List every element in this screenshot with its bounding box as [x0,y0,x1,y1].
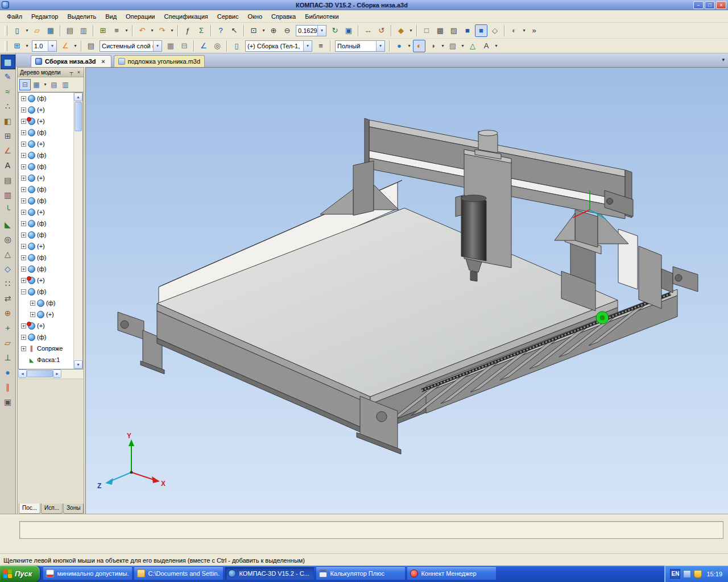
rib-button[interactable]: △ [1,247,15,261]
tree-item[interactable]: +(ф) [19,161,73,172]
sketch-button[interactable]: ✎ [1,69,15,84]
viewport-canvas[interactable]: Y X Z [86,68,728,515]
context-help-button[interactable]: ↖ [228,24,241,37]
tree-expand-toggle[interactable]: + [21,119,26,124]
section-display-button[interactable]: ◑ [427,40,439,52]
snap-grid-button[interactable]: ⊞ [11,40,23,52]
plane-button[interactable]: ▱ [1,335,15,350]
scroll-thumb[interactable] [75,102,82,131]
hscroll-thumb[interactable] [27,370,53,377]
menu-item-9[interactable]: Справка [267,11,300,22]
redo-button[interactable]: ↷ [156,24,168,37]
tree-expand-toggle[interactable]: + [21,176,26,181]
taskbar-button[interactable]: Калькулятор Плюс [316,567,405,580]
tree-item[interactable]: +(ф) [19,184,73,195]
undo-button[interactable]: ↶ [136,24,148,37]
change-orientation-button[interactable]: ◎ [211,40,224,52]
tree-expand-toggle[interactable]: + [21,187,26,192]
layer-groups-button[interactable]: ⊟ [178,40,191,52]
component-list-button[interactable]: ≡ [315,40,327,52]
point-button[interactable]: ∴ [1,99,15,114]
maximize-button[interactable]: □ [705,1,715,9]
report-button[interactable]: ▥ [1,188,15,202]
undo-dropdown-icon[interactable]: ▾ [149,24,155,37]
sphere-dropdown-icon[interactable]: ▾ [406,40,412,52]
save-document-button[interactable]: ▦ [44,24,57,37]
menu-item-8[interactable]: Окно [243,11,267,22]
layer-states-button[interactable]: ▦ [164,40,177,52]
simplified-display-button[interactable]: ◐ [508,24,520,37]
tree-item[interactable]: +(ф) [19,297,73,309]
hidden-lines-display-button[interactable]: ▩ [434,24,446,37]
menu-item-7[interactable]: Сервис [213,11,243,22]
perspective-display-button[interactable]: ◇ [489,24,501,37]
network-icon[interactable] [683,570,691,578]
mirror-button[interactable]: ⇄ [1,291,15,306]
zoom-tools-dropdown-icon[interactable]: ▾ [260,24,267,37]
calculator-button[interactable]: Σ [195,24,208,37]
pin-icon[interactable]: ┬ [68,69,75,75]
component-add-button[interactable]: ● [1,365,15,380]
axis-button[interactable]: + [1,321,15,335]
tree-item[interactable]: +(+) [19,320,73,331]
hidden-thin-display-button[interactable]: ▨ [448,24,460,37]
fillet-button[interactable]: ╰ [1,202,15,217]
tree-item[interactable]: +(ф) [19,229,73,240]
document-tab[interactable]: подложка угольника.m3d [114,55,205,67]
tree-close-icon[interactable]: × [75,69,82,75]
orientation-sphere-button[interactable]: ● [393,40,406,52]
redo-dropdown-icon[interactable]: ▾ [169,24,175,37]
spec-button[interactable]: ▤ [1,173,15,188]
current-component-button[interactable]: ▯ [230,40,243,52]
tree-composition-button[interactable]: ▦ [31,79,42,90]
taskbar-button[interactable]: C:\Documents and Settin... [134,567,223,580]
language-indicator[interactable]: EN [670,569,680,579]
tree-expand-toggle[interactable]: + [21,107,26,113]
tree-expand-toggle[interactable]: − [21,289,26,294]
tree-item[interactable]: +(ф) [19,252,73,263]
tree-expand-toggle[interactable]: + [21,142,26,147]
layers-button[interactable]: ▤ [85,40,97,52]
tree-structure-button[interactable]: ⊟ [19,79,31,90]
tree-expand-toggle[interactable]: + [21,346,26,351]
tree-item[interactable]: +∥Сопряже [19,343,73,354]
grid-step-combo[interactable]: 1.0▾ [32,40,57,52]
curve-button[interactable]: ≈ [1,84,15,99]
scroll-left-icon[interactable]: ◄ [18,369,27,378]
shaded-edges-display-button[interactable]: ■ [475,24,487,37]
tree-expand-toggle[interactable]: + [21,130,26,135]
taskbar-button[interactable]: Коннект Менеджер [407,567,496,580]
tree-expand-toggle[interactable]: + [21,164,26,169]
scroll-right-icon[interactable]: ► [53,369,61,378]
tree-expand-toggle[interactable]: + [21,244,26,249]
pan-view-button[interactable]: ↔ [362,24,374,37]
tree-expand-toggle[interactable]: + [21,278,26,283]
tree-composition-dropdown-icon[interactable]: ▾ [42,78,48,91]
tree-panel-tab-2[interactable]: Исп... [41,504,63,514]
tree-expand-toggle[interactable]: + [21,335,26,340]
tree-expand-toggle[interactable]: + [21,323,26,329]
tree-item[interactable]: +(+) [19,104,73,115]
library-button[interactable]: ▣ [1,394,15,409]
menu-item-6[interactable]: Спецификация [160,11,213,22]
tree-item[interactable]: +(ф) [19,149,73,161]
toolbar-overflow-button[interactable]: » [528,24,540,37]
shield-icon[interactable] [694,570,702,578]
snaps-dropdown-icon[interactable]: ▾ [72,40,78,52]
tree-item[interactable]: +(+) [19,309,73,320]
measure-button[interactable]: ∠ [1,143,15,158]
tree-item[interactable]: +(+) [19,206,73,218]
tree-panel-tab-1[interactable]: Пос... [19,504,40,514]
menu-item-2[interactable]: Редактор [27,11,63,22]
menu-item-3[interactable]: Выделить [63,11,101,22]
zoom-by-frame-button[interactable]: ⊡ [247,24,260,37]
scroll-up-icon[interactable]: ▲ [74,93,82,101]
tabs-overflow-dropdown-icon[interactable]: ▾ [722,57,725,63]
tree-expand-toggle[interactable]: + [21,267,26,272]
extrude-button[interactable]: ⊞ [1,128,15,143]
cnc-machine-model[interactable] [118,118,698,454]
document-tab[interactable]: Сборка низа.a3d× [31,55,111,67]
spec-sections-button[interactable]: ▤ [48,79,60,90]
coordinate-button[interactable]: ⊥ [1,350,15,365]
tree-expand-toggle[interactable]: + [21,153,26,158]
